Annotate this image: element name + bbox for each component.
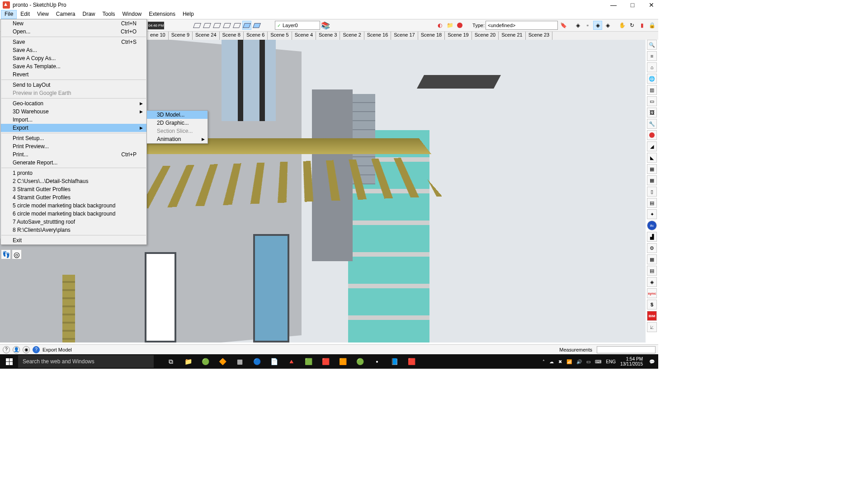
file-recent-6[interactable]: 6 circle model marketing black backgroun…: [1, 210, 146, 218]
task-app2-icon[interactable]: ▦: [231, 354, 248, 369]
status-help-icon[interactable]: ?: [33, 346, 40, 353]
joint-icon[interactable]: ⚙: [647, 243, 657, 253]
scene-tab[interactable]: Scene 19: [445, 32, 472, 40]
start-button[interactable]: [0, 354, 18, 369]
select-icon[interactable]: ▭: [647, 96, 657, 106]
task-app3-icon[interactable]: 🟢: [352, 354, 368, 369]
scene-tab[interactable]: Scene 4: [292, 32, 316, 40]
home-icon[interactable]: ⌂: [647, 62, 657, 72]
file-exit[interactable]: Exit: [1, 236, 146, 244]
taskbar-search[interactable]: Search the web and Windows: [18, 355, 154, 368]
stairs-icon[interactable]: ▟: [647, 232, 657, 242]
tag-icon[interactable]: 🔖: [559, 21, 568, 30]
scene-tab[interactable]: Scene 3: [316, 32, 340, 40]
file-warehouse[interactable]: 3D Warehouse▶: [1, 108, 146, 116]
file-recent-8[interactable]: 8 R:\Clients\Avery\plans: [1, 226, 146, 234]
search-icon[interactable]: 🔍: [647, 40, 657, 50]
scene-tab[interactable]: Scene 6: [244, 32, 268, 40]
file-recent-4[interactable]: 4 Stramit Gutter Profiles: [1, 193, 146, 202]
scene-tab[interactable]: Scene 21: [499, 32, 525, 40]
stack-icon[interactable]: ▤: [647, 198, 657, 208]
door-icon[interactable]: ▯: [647, 187, 657, 197]
cube-icon[interactable]: ◈: [603, 21, 612, 30]
scene-tab[interactable]: Scene 24: [193, 32, 219, 40]
style-mono-icon[interactable]: [222, 21, 231, 30]
tray-volume-icon[interactable]: 🔊: [576, 359, 582, 364]
tray-wifi-icon[interactable]: 📶: [566, 359, 572, 364]
wall-icon[interactable]: ▥: [647, 85, 657, 95]
menu-view[interactable]: View: [33, 10, 52, 19]
layer-manager-icon[interactable]: 📚: [321, 21, 330, 30]
scene-tab[interactable]: Scene 23: [526, 32, 552, 40]
menu-camera[interactable]: Camera: [52, 10, 79, 19]
file-revert[interactable]: Revert: [1, 70, 146, 79]
task-sketchup-icon[interactable]: 🟥: [317, 354, 334, 369]
export-2d-graphic[interactable]: 2D Graphic...: [147, 119, 208, 127]
dollar-icon[interactable]: $: [647, 300, 657, 310]
scene-tab[interactable]: Scene 20: [472, 32, 499, 40]
close-button[interactable]: ✕: [647, 1, 656, 9]
layer-dropdown[interactable]: Layer0: [275, 21, 320, 30]
camera-icon[interactable]: [455, 21, 464, 30]
style-shaded-icon[interactable]: [212, 21, 222, 30]
file-report[interactable]: Generate Report...: [1, 159, 146, 167]
export-3d-model[interactable]: 3D Model...: [147, 111, 208, 119]
file-layout[interactable]: Send to LayOut: [1, 81, 146, 89]
scene-tab[interactable]: Scene 17: [391, 32, 418, 40]
scene-tab[interactable]: Scene 9: [169, 32, 193, 40]
type-dropdown[interactable]: <undefined>: [486, 21, 558, 30]
comp2-icon[interactable]: ▦: [647, 175, 657, 185]
scene-tab[interactable]: Scene 18: [418, 32, 445, 40]
menu-window[interactable]: Window: [119, 10, 146, 19]
edge-icon[interactable]: ◢: [647, 141, 657, 151]
file-save-template[interactable]: Save As Template...: [1, 62, 146, 70]
style-xray-icon[interactable]: [242, 21, 251, 30]
style-wire-icon[interactable]: [193, 21, 202, 30]
cube-blue-icon[interactable]: ◈: [593, 21, 602, 30]
orbit-icon[interactable]: ◎: [12, 249, 22, 259]
tray-cloud-icon[interactable]: ☁: [549, 359, 554, 364]
earth-icon[interactable]: 🌐: [647, 74, 657, 84]
record-icon[interactable]: [647, 130, 657, 140]
box-tool-icon[interactable]: ◈: [647, 277, 657, 287]
shadow-time[interactable]: 04:46 PM: [148, 22, 164, 29]
file-open[interactable]: Open...Ctrl+O: [1, 28, 146, 36]
task-sketchup2-icon[interactable]: 🟥: [403, 354, 420, 369]
box-icon[interactable]: ▫: [583, 21, 592, 30]
export-animation[interactable]: Animation▶: [147, 135, 208, 143]
file-print[interactable]: Print...Ctrl+P: [1, 150, 146, 159]
misc-tail-icon[interactable]: ⟀: [647, 322, 657, 332]
tray-notifications-icon[interactable]: 💬: [649, 359, 655, 364]
scene-tab[interactable]: Scene 16: [364, 32, 391, 40]
file-export[interactable]: Export▶: [1, 124, 146, 132]
bim-icon[interactable]: BIM: [647, 311, 657, 321]
file-recent-2[interactable]: 2 C:\Users\...\Detail-Schlafhaus: [1, 177, 146, 185]
lock-icon[interactable]: 🔒: [647, 21, 656, 30]
menu-extensions[interactable]: Extensions: [145, 10, 179, 19]
scene-tab[interactable]: Scene 2: [340, 32, 364, 40]
slope-icon[interactable]: ◣: [647, 153, 657, 163]
comp1-icon[interactable]: ▦: [647, 164, 657, 174]
tray-chevron-icon[interactable]: ˄: [542, 359, 545, 364]
hand-icon[interactable]: ✋: [618, 21, 627, 30]
menu-edit[interactable]: Edit: [17, 10, 33, 19]
scene-tab[interactable]: Scene 8: [220, 32, 244, 40]
style-texture-icon[interactable]: [232, 21, 241, 30]
tray-lang[interactable]: ENG: [606, 359, 616, 364]
file-geo[interactable]: Geo-location▶: [1, 99, 146, 108]
task-chrome-icon[interactable]: 🟢: [197, 354, 213, 369]
status-info-icon[interactable]: ?: [3, 346, 10, 353]
file-save-as[interactable]: Save As...: [1, 46, 146, 54]
task-app1-icon[interactable]: 🔶: [214, 354, 231, 369]
photo-icon[interactable]: 🖼: [647, 108, 657, 117]
status-user-icon[interactable]: 👤: [13, 346, 20, 353]
sync-icon[interactable]: sync: [647, 288, 657, 298]
task-gdoc-icon[interactable]: 🔵: [249, 354, 265, 369]
task-g-icon[interactable]: 🟧: [335, 354, 351, 369]
walk-icon[interactable]: 👣: [1, 249, 11, 259]
file-recent-5[interactable]: 5 circle model marketing black backgroun…: [1, 202, 146, 210]
ifc-icon[interactable]: ifc: [647, 221, 657, 230]
task-sheets-icon[interactable]: 🟩: [300, 354, 316, 369]
file-new[interactable]: NewCtrl+N: [1, 19, 146, 28]
file-save[interactable]: SaveCtrl+S: [1, 38, 146, 46]
